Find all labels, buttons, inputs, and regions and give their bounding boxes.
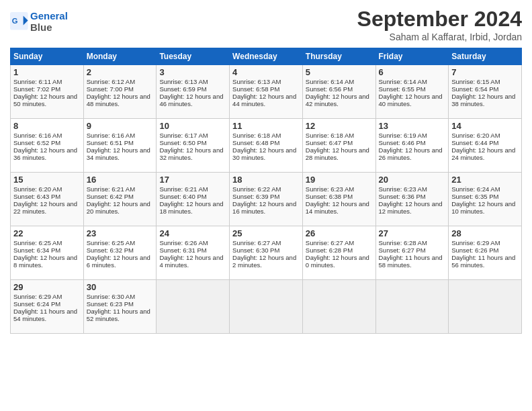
table-cell: 28 Sunrise: 6:29 AM Sunset: 6:26 PM Dayl… [449, 226, 522, 280]
table-cell: 14 Sunrise: 6:20 AM Sunset: 6:44 PM Dayl… [449, 119, 522, 173]
sunrise-label: Sunrise: 6:23 AM [379, 185, 427, 193]
daylight-label: Daylight: 12 hours and 20 minutes. [87, 200, 150, 215]
sunrise-label: Sunrise: 6:20 AM [13, 185, 62, 193]
calendar-table: Sunday Monday Tuesday Wednesday Thursday… [10, 48, 522, 334]
table-cell: 27 Sunrise: 6:28 AM Sunset: 6:27 PM Dayl… [375, 226, 449, 280]
calendar-row: 8 Sunrise: 6:16 AM Sunset: 6:52 PM Dayli… [11, 119, 522, 173]
table-cell: 30 Sunrise: 6:30 AM Sunset: 6:23 PM Dayl… [83, 280, 157, 334]
sunset-label: Sunset: 6:52 PM [13, 139, 60, 146]
table-cell: 18 Sunrise: 6:22 AM Sunset: 6:39 PM Dayl… [230, 173, 303, 226]
daylight-label: Daylight: 11 hours and 52 minutes. [87, 308, 150, 322]
day-number: 23 [87, 228, 154, 238]
sunset-label: Sunset: 6:59 PM [159, 85, 206, 93]
daylight-label: Daylight: 12 hours and 42 minutes. [306, 93, 369, 107]
day-number: 15 [13, 175, 81, 185]
sunset-label: Sunset: 6:34 PM [13, 246, 60, 254]
day-number: 1 [13, 67, 81, 77]
day-number: 18 [232, 175, 300, 185]
sunset-label: Sunset: 7:02 PM [13, 85, 60, 93]
daylight-label: Daylight: 12 hours and 12 minutes. [379, 200, 443, 215]
table-cell: 4 Sunrise: 6:13 AM Sunset: 6:58 PM Dayli… [230, 65, 303, 119]
sunrise-label: Sunrise: 6:22 AM [232, 185, 281, 193]
day-number: 20 [379, 175, 446, 185]
table-cell: 25 Sunrise: 6:27 AM Sunset: 6:30 PM Dayl… [230, 226, 303, 280]
sunset-label: Sunset: 6:50 PM [159, 139, 206, 146]
day-number: 24 [159, 228, 226, 238]
svg-text:G: G [12, 17, 18, 25]
table-cell: 1 Sunrise: 6:11 AM Sunset: 7:02 PM Dayli… [11, 65, 84, 119]
daylight-label: Daylight: 12 hours and 26 minutes. [379, 146, 443, 161]
sunset-label: Sunset: 6:55 PM [379, 85, 426, 93]
sunrise-label: Sunrise: 6:29 AM [13, 293, 62, 300]
daylight-label: Daylight: 12 hours and 8 minutes. [13, 254, 77, 269]
col-friday: Friday [375, 48, 449, 65]
sunset-label: Sunset: 6:31 PM [159, 246, 206, 254]
sunrise-label: Sunrise: 6:30 AM [87, 293, 135, 300]
daylight-label: Daylight: 12 hours and 46 minutes. [159, 93, 223, 107]
sunrise-label: Sunrise: 6:20 AM [451, 132, 500, 139]
sunrise-label: Sunrise: 6:15 AM [451, 78, 500, 85]
day-number: 26 [306, 228, 373, 238]
sunset-label: Sunset: 6:30 PM [232, 246, 279, 254]
calendar-row: 22 Sunrise: 6:25 AM Sunset: 6:34 PM Dayl… [11, 226, 522, 280]
daylight-label: Daylight: 12 hours and 14 minutes. [306, 200, 369, 215]
table-cell: 6 Sunrise: 6:14 AM Sunset: 6:55 PM Dayli… [375, 65, 449, 119]
day-number: 6 [379, 67, 446, 77]
day-number: 28 [451, 228, 519, 238]
table-cell: 26 Sunrise: 6:27 AM Sunset: 6:28 PM Dayl… [302, 226, 375, 280]
table-cell: 22 Sunrise: 6:25 AM Sunset: 6:34 PM Dayl… [11, 226, 84, 280]
table-cell: 15 Sunrise: 6:20 AM Sunset: 6:43 PM Dayl… [11, 173, 84, 226]
table-cell: 7 Sunrise: 6:15 AM Sunset: 6:54 PM Dayli… [449, 65, 522, 119]
table-cell [302, 280, 375, 334]
day-number: 9 [87, 121, 154, 131]
table-cell: 10 Sunrise: 6:17 AM Sunset: 6:50 PM Dayl… [157, 119, 230, 173]
day-number: 22 [13, 228, 81, 238]
table-cell: 19 Sunrise: 6:23 AM Sunset: 6:38 PM Dayl… [302, 173, 375, 226]
daylight-label: Daylight: 12 hours and 48 minutes. [87, 93, 150, 107]
col-monday: Monday [83, 48, 157, 65]
table-cell [230, 280, 303, 334]
sunset-label: Sunset: 6:38 PM [306, 193, 353, 200]
table-cell [157, 280, 230, 334]
sunset-label: Sunset: 6:26 PM [451, 246, 498, 254]
sunrise-label: Sunrise: 6:14 AM [379, 78, 427, 85]
sunrise-label: Sunrise: 6:14 AM [306, 78, 354, 85]
daylight-label: Daylight: 12 hours and 28 minutes. [306, 146, 369, 161]
sunset-label: Sunset: 6:51 PM [87, 139, 134, 146]
sunrise-label: Sunrise: 6:19 AM [379, 132, 427, 139]
title-area: September 2024 Saham al Kaffarat, Irbid,… [357, 7, 522, 42]
calendar-row: 15 Sunrise: 6:20 AM Sunset: 6:43 PM Dayl… [11, 173, 522, 226]
daylight-label: Daylight: 12 hours and 10 minutes. [451, 200, 515, 215]
table-cell: 5 Sunrise: 6:14 AM Sunset: 6:56 PM Dayli… [302, 65, 375, 119]
table-cell: 16 Sunrise: 6:21 AM Sunset: 6:42 PM Dayl… [83, 173, 157, 226]
daylight-label: Daylight: 12 hours and 2 minutes. [232, 254, 296, 269]
daylight-label: Daylight: 12 hours and 16 minutes. [232, 200, 296, 215]
daylight-label: Daylight: 12 hours and 32 minutes. [159, 146, 223, 161]
table-cell [375, 280, 449, 334]
sunrise-label: Sunrise: 6:26 AM [159, 239, 208, 246]
daylight-label: Daylight: 12 hours and 40 minutes. [379, 93, 443, 107]
sunset-label: Sunset: 6:35 PM [451, 193, 498, 200]
daylight-label: Daylight: 12 hours and 30 minutes. [232, 146, 296, 161]
daylight-label: Daylight: 12 hours and 18 minutes. [159, 200, 223, 215]
sunrise-label: Sunrise: 6:16 AM [87, 132, 135, 139]
day-number: 27 [379, 228, 446, 238]
sunset-label: Sunset: 6:44 PM [451, 139, 498, 146]
table-cell: 2 Sunrise: 6:12 AM Sunset: 7:00 PM Dayli… [83, 65, 157, 119]
day-number: 12 [306, 121, 373, 131]
day-number: 19 [306, 175, 373, 185]
day-number: 3 [159, 67, 226, 77]
sunrise-label: Sunrise: 6:13 AM [232, 78, 281, 85]
day-number: 7 [451, 67, 519, 77]
sunset-label: Sunset: 6:32 PM [87, 246, 134, 254]
daylight-label: Daylight: 11 hours and 58 minutes. [379, 254, 443, 269]
col-tuesday: Tuesday [157, 48, 230, 65]
sunrise-label: Sunrise: 6:21 AM [87, 185, 135, 193]
day-number: 30 [87, 282, 154, 292]
daylight-label: Daylight: 12 hours and 4 minutes. [159, 254, 223, 269]
day-number: 5 [306, 67, 373, 77]
sunrise-label: Sunrise: 6:29 AM [451, 239, 500, 246]
daylight-label: Daylight: 12 hours and 44 minutes. [232, 93, 296, 107]
sunrise-label: Sunrise: 6:17 AM [159, 132, 208, 139]
header: G General Blue September 2024 Saham al K… [10, 7, 522, 42]
